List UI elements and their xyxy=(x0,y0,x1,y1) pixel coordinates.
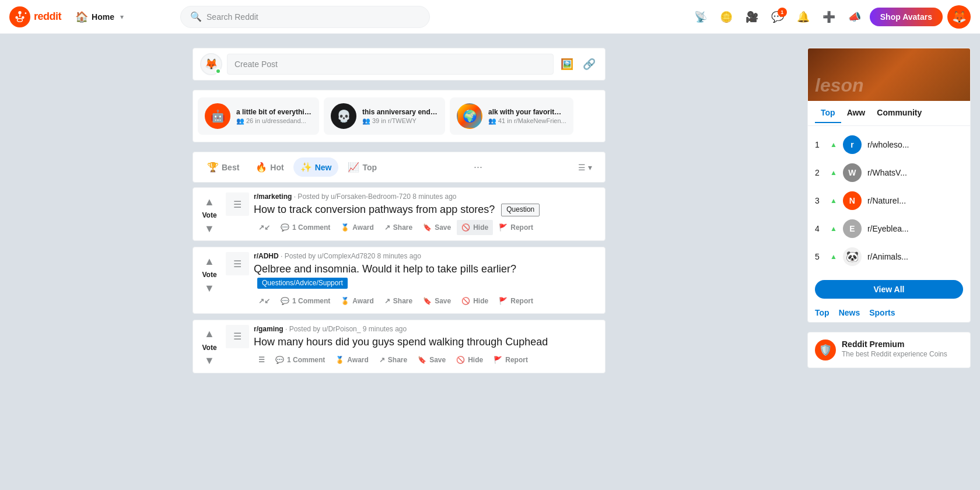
award-button[interactable]: 🏅 Award xyxy=(336,293,378,309)
home-label: Home xyxy=(92,12,114,22)
sort-tab-new[interactable]: ✨ New xyxy=(293,158,339,177)
comment-icon: 💬 xyxy=(281,297,289,305)
expand-icon-btn[interactable]: ↗↙ xyxy=(254,293,275,309)
create-post-box[interactable]: 🦊 Create Post 🖼️ 🔗 xyxy=(192,48,606,80)
post-author[interactable]: u/ComplexAd7820 xyxy=(317,252,375,260)
post-card[interactable]: ▲ Vote ▼ ☰ r/marketing · Posted by u/For… xyxy=(192,187,606,241)
subreddit-avatar: W xyxy=(843,163,862,182)
post-card[interactable]: ▲ Vote ▼ ☰ r/gaming · Posted by u/DrPois… xyxy=(192,320,606,373)
sidebar-banner: leson xyxy=(808,48,970,101)
flag-icon: 🚩 xyxy=(499,223,508,232)
story-card[interactable]: 💀 this anniversary ends with 👥 39 in r/T… xyxy=(324,97,445,135)
feed-area: 🦊 Create Post 🖼️ 🔗 🤖 a little bit of eve… xyxy=(183,41,615,386)
banner-tab-aww[interactable]: Aww xyxy=(841,103,872,123)
sort-tab-hot[interactable]: 🔥 Hot xyxy=(249,158,290,177)
downvote-button[interactable]: ▼ xyxy=(202,354,216,368)
comment-button[interactable]: 💬 1 Comment xyxy=(271,352,330,368)
banner-tab-community[interactable]: Community xyxy=(871,103,928,123)
comment-button[interactable]: 💬 1 Comment xyxy=(276,220,335,235)
post-author[interactable]: u/Forsaken-Bedroom-720 xyxy=(331,192,411,201)
megaphone-icon-btn[interactable]: 📣 xyxy=(844,6,865,27)
report-button[interactable]: 🚩 Report xyxy=(494,220,538,235)
link-icon[interactable]: 🔗 xyxy=(580,55,598,73)
post-author[interactable]: u/DrPoison_ xyxy=(322,325,360,333)
shop-avatars-button[interactable]: Shop Avatars xyxy=(870,8,943,26)
share-button[interactable]: ↗ Share xyxy=(380,220,417,235)
post-subreddit[interactable]: r/gaming xyxy=(254,325,284,333)
downvote-button[interactable]: ▼ xyxy=(202,281,216,295)
trending-item[interactable]: 1 ▲ r r/wholeso... xyxy=(808,131,970,159)
top-icon: 📈 xyxy=(348,162,359,173)
save-button[interactable]: 🔖 Save xyxy=(418,220,456,235)
post-flair[interactable]: Question xyxy=(501,204,540,216)
post-content: r/ADHD · Posted by u/ComplexAd7820 8 min… xyxy=(254,252,600,309)
post-subreddit[interactable]: r/ADHD xyxy=(254,252,279,260)
sort-more-button[interactable]: ··· xyxy=(467,157,489,177)
view-all-button[interactable]: View All xyxy=(815,280,963,299)
view-toggle-button[interactable]: ☰ ▾ xyxy=(572,159,598,176)
home-nav-button[interactable]: 🏠 Home ▾ xyxy=(68,7,173,27)
share-button[interactable]: ↗ Share xyxy=(380,293,417,309)
downvote-button[interactable]: ▼ xyxy=(202,222,216,236)
post-actions: ↗↙ 💬 1 Comment 🏅 Award ↗ Share 🔖 Save xyxy=(254,293,600,309)
upvote-button[interactable]: ▲ xyxy=(202,254,216,268)
save-button[interactable]: 🔖 Save xyxy=(413,352,450,368)
coins-icon-btn[interactable]: 🪙 xyxy=(716,6,737,27)
upvote-button[interactable]: ▲ xyxy=(202,195,216,209)
logo-area[interactable]: reddit xyxy=(9,6,61,27)
trending-item[interactable]: 3 ▲ N r/NatureI... xyxy=(808,187,970,215)
user-avatar-button[interactable]: 🦊 xyxy=(947,5,971,29)
share-button[interactable]: ↗ Share xyxy=(374,352,412,368)
search-input[interactable]: Search Reddit xyxy=(206,12,258,22)
svg-point-6 xyxy=(25,12,27,14)
hide-button[interactable]: 🚫 Hide xyxy=(452,352,488,368)
sort-tab-top[interactable]: 📈 Top xyxy=(341,158,384,177)
story-avatar: 🤖 xyxy=(205,103,230,129)
image-upload-icon[interactable]: 🖼️ xyxy=(558,55,576,73)
vote-column: ▲ Vote ▼ xyxy=(198,192,221,236)
story-card[interactable]: 🤖 a little bit of everything- Fi 👥 26 in… xyxy=(198,97,319,135)
save-button[interactable]: 🔖 Save xyxy=(418,293,456,309)
chevron-down-icon: ▾ xyxy=(120,13,124,21)
story-avatar: 🌍 xyxy=(457,103,482,129)
comment-button[interactable]: 💬 1 Comment xyxy=(276,293,335,309)
news-tab-sports[interactable]: Sports xyxy=(869,308,895,317)
trending-item[interactable]: 2 ▲ W r/WhatsV... xyxy=(808,159,970,187)
hide-button[interactable]: 🚫 Hide xyxy=(457,293,493,309)
save-icon: 🔖 xyxy=(418,356,426,364)
story-avatar: 💀 xyxy=(331,103,356,129)
award-button[interactable]: 🏅 Award xyxy=(331,352,373,368)
notifications-icon-btn[interactable]: 🔔 xyxy=(793,6,814,27)
premium-title: Reddit Premium xyxy=(842,340,947,349)
expand-icon-btn[interactable]: ↗↙ xyxy=(254,220,275,235)
chat-icon-btn[interactable]: 💬 1 xyxy=(767,6,788,27)
create-post-input[interactable]: Create Post xyxy=(227,54,554,75)
news-tab-news[interactable]: News xyxy=(839,308,860,317)
hide-button[interactable]: 🚫 Hide xyxy=(457,220,493,235)
post-card[interactable]: ▲ Vote ▼ ☰ r/ADHD · Posted by u/ComplexA… xyxy=(192,247,606,314)
video-icon-btn[interactable]: 🎥 xyxy=(741,6,762,27)
trending-item[interactable]: 4 ▲ E r/Eyeblea... xyxy=(808,215,970,243)
post-flair[interactable]: Questions/Advice/Support xyxy=(257,278,348,289)
report-button[interactable]: 🚩 Report xyxy=(489,352,533,368)
sort-tab-best[interactable]: 🏆 Best xyxy=(200,158,246,177)
post-thumbnail: ☰ xyxy=(226,192,249,216)
award-button[interactable]: 🏅 Award xyxy=(336,220,378,235)
report-button[interactable]: 🚩 Report xyxy=(494,293,538,309)
popular-icon-btn[interactable]: 📡 xyxy=(690,6,711,27)
news-tab-top[interactable]: Top xyxy=(815,308,830,317)
create-post-icon-btn[interactable]: ➕ xyxy=(818,6,839,27)
expand-icon-btn[interactable]: ☰ xyxy=(254,352,270,368)
trending-rank: 1 xyxy=(815,140,824,149)
story-card[interactable]: 🌍 alk with your favorite hosti 👥 41 in r… xyxy=(450,97,573,135)
trending-rank: 3 xyxy=(815,196,824,205)
story-meta: 👥 26 in u/dressedand... xyxy=(236,117,312,125)
banner-tab-top[interactable]: Top xyxy=(815,103,841,123)
search-bar[interactable]: 🔍 Search Reddit xyxy=(180,6,430,28)
award-icon: 🏅 xyxy=(341,223,349,232)
post-subreddit[interactable]: r/marketing xyxy=(254,192,292,201)
sort-tabs-bar: 🏆 Best 🔥 Hot ✨ New 📈 Top ··· ☰ ▾ xyxy=(192,152,606,183)
trending-item[interactable]: 5 ▲ 🐼 r/Animals... xyxy=(808,243,970,271)
upvote-button[interactable]: ▲ xyxy=(202,327,216,341)
view-chevron-icon: ▾ xyxy=(588,163,592,172)
